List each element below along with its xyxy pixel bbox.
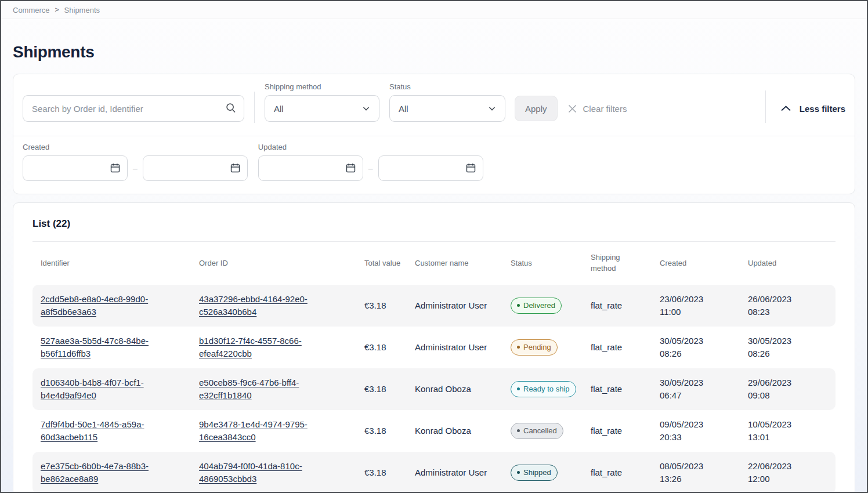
updated-to-wrap (378, 155, 483, 181)
shipping-method: flat_rate (591, 341, 660, 354)
filters-dates-row: Created – (13, 136, 855, 194)
updated-from-wrap (258, 155, 363, 181)
created-at: 23/06/2023 11:00 (660, 293, 748, 319)
filters-panel: Shipping method All Status All Apply (13, 74, 855, 194)
status-filter-value: All (399, 104, 408, 114)
total-value: €3.18 (364, 383, 415, 396)
status-label: Pending (523, 342, 551, 353)
total-value: €3.18 (364, 425, 415, 438)
status-badge: Cancelled (511, 423, 563, 440)
identifier-link[interactable]: 2cdd5eb8-e8a0-4ec8-99d0-a8f5db6e3a63 (41, 294, 148, 317)
status-label: Ready to ship (523, 383, 570, 395)
updated-label: Updated (258, 143, 483, 151)
order-id-link[interactable]: 9b4e3478-1e4d-4974-9795-16cea3843cc0 (199, 419, 308, 443)
column-header-updated: Updated (748, 258, 836, 269)
status-label: Delivered (523, 300, 555, 311)
breadcrumb-shipments: Shipments (64, 6, 100, 14)
status-dot-icon (517, 346, 520, 349)
clear-filters-button[interactable]: Clear filters (567, 96, 627, 121)
table-row: 527aae3a-5b5d-47c8-84be-b56f11d6ffb3 b1d… (32, 327, 836, 368)
chevron-down-icon (487, 104, 497, 113)
date-range-dash: – (133, 164, 138, 173)
identifier-link[interactable]: 7df9f4bd-50e1-4845-a59a-60d3acbeb115 (41, 419, 144, 443)
table-header-row: Identifier Order ID Total value Customer… (32, 242, 836, 285)
status-label: Shipped (523, 467, 551, 478)
clear-x-icon (567, 104, 577, 114)
filter-divider (765, 90, 766, 123)
table-row: 2cdd5eb8-e8a0-4ec8-99d0-a8f5db6e3a63 43a… (32, 285, 836, 327)
column-header-status: Status (511, 258, 591, 269)
updated-at: 10/05/2023 13:01 (748, 418, 836, 444)
less-filters-label: Less filters (800, 104, 845, 114)
order-id-link[interactable]: 404ab794-f0f0-41da-810c-4869053cbbd3 (199, 461, 302, 484)
breadcrumb-separator: > (55, 6, 59, 14)
shipments-list-panel: List (22) Identifier Order ID Total valu… (13, 202, 855, 493)
column-header-total-value: Total value (364, 258, 415, 269)
list-title: List (22) (32, 218, 836, 230)
status-badge: Delivered (511, 298, 562, 314)
status-dot-icon (517, 429, 520, 432)
customer-name: Administrator User (415, 299, 511, 313)
created-to-wrap (143, 155, 248, 181)
created-filter-group: Created – (23, 143, 248, 181)
status-badge: Shipped (511, 465, 558, 481)
created-at: 08/05/2023 13:26 (660, 460, 748, 486)
identifier-link[interactable]: 527aae3a-5b5d-47c8-84be-b56f11d6ffb3 (41, 336, 149, 359)
shipping-method: flat_rate (591, 383, 660, 396)
order-id-link[interactable]: 43a37296-ebbd-4164-92e0-c526a340b6b4 (199, 294, 308, 317)
column-header-created: Created (660, 258, 748, 269)
shipping-method-value: All (274, 104, 284, 114)
updated-filter-group: Updated – (258, 143, 483, 181)
status-select[interactable]: All (389, 95, 505, 122)
created-at: 30/05/2023 06:47 (660, 376, 748, 403)
total-value: €3.18 (364, 466, 415, 480)
customer-name: Administrator User (415, 466, 511, 480)
shipping-method-label: Shipping method (265, 82, 379, 91)
table-row: 7df9f4bd-50e1-4845-a59a-60d3acbeb115 9b4… (32, 410, 836, 452)
app-window: Commerce > Shipments Shipments Shipping … (0, 0, 868, 493)
total-value: €3.18 (364, 299, 415, 313)
created-from-wrap (23, 155, 128, 181)
updated-from-input[interactable] (258, 155, 363, 181)
created-from-input[interactable] (23, 155, 128, 181)
shipping-method: flat_rate (591, 425, 660, 438)
column-header-identifier: Identifier (32, 258, 199, 269)
order-id-link[interactable]: e50ceb85-f9c6-47b6-bff4-e32cff1b1840 (199, 378, 299, 401)
shipping-method-select[interactable]: All (265, 95, 379, 122)
updated-at: 26/06/2023 08:23 (748, 293, 836, 319)
page-title: Shipments (13, 43, 855, 61)
less-filters-toggle[interactable]: Less filters (780, 95, 845, 122)
updated-to-input[interactable] (378, 155, 483, 181)
table-row: e7e375cb-6b0b-4e7a-88b3-be862ace8a89 404… (32, 452, 836, 493)
search-icon (225, 102, 237, 114)
updated-at: 29/06/2023 09:08 (748, 376, 836, 403)
updated-at: 30/05/2023 08:26 (748, 335, 836, 361)
created-at: 09/05/2023 20:33 (660, 418, 748, 444)
column-header-customer-name: Customer name (415, 258, 511, 269)
customer-name: Administrator User (415, 341, 511, 354)
total-value: €3.18 (364, 341, 415, 354)
identifier-link[interactable]: e7e375cb-6b0b-4e7a-88b3-be862ace8a89 (41, 461, 149, 484)
status-filter-label: Status (389, 82, 505, 91)
chevron-up-icon (780, 105, 791, 112)
table-row: d106340b-b4b8-4f07-bcf1-b4e4d9af94e0 e50… (32, 368, 836, 410)
search-field-wrap (23, 95, 244, 122)
search-input[interactable] (23, 95, 244, 122)
breadcrumb-commerce[interactable]: Commerce (13, 6, 50, 14)
created-label: Created (23, 143, 248, 151)
status-dot-icon (517, 304, 520, 307)
identifier-link[interactable]: d106340b-b4b8-4f07-bcf1-b4e4d9af94e0 (41, 378, 144, 401)
filters-main-row: Shipping method All Status All Apply (13, 74, 855, 136)
breadcrumb: Commerce > Shipments (1, 1, 867, 19)
customer-name: Konrad Oboza (415, 383, 511, 396)
apply-button[interactable]: Apply (515, 96, 558, 121)
status-badge: Ready to ship (511, 381, 576, 398)
order-id-link[interactable]: b1d30f12-7f4c-4557-8c66-efeaf4220cbb (199, 336, 302, 359)
created-at: 30/05/2023 08:26 (660, 335, 748, 361)
shipping-method-group: Shipping method All (265, 82, 379, 122)
column-header-shipping-method: Shipping method (591, 252, 660, 274)
status-dot-icon (517, 471, 520, 474)
created-to-input[interactable] (143, 155, 248, 181)
customer-name: Konrad Oboza (415, 425, 511, 438)
chevron-down-icon (361, 104, 371, 113)
